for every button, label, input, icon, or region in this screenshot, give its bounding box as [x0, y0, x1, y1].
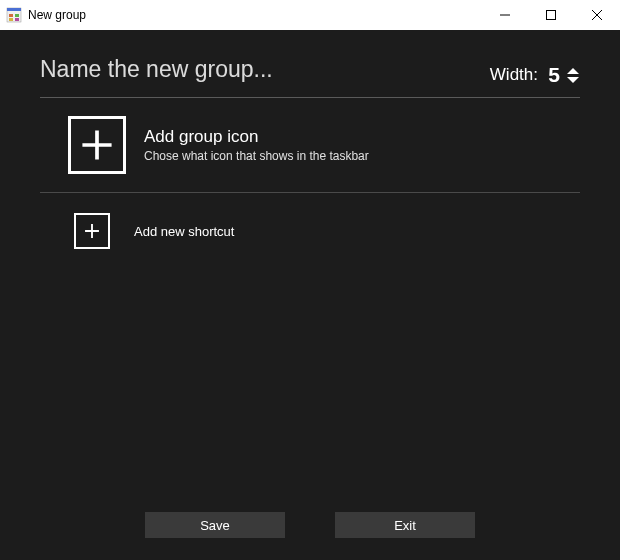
- footer: Save Exit: [0, 512, 620, 560]
- svg-rect-5: [15, 18, 19, 21]
- svg-marker-8: [567, 77, 579, 83]
- svg-rect-1: [7, 8, 21, 11]
- title-bar[interactable]: New group: [0, 0, 620, 30]
- add-group-icon-row[interactable]: Add group icon Chose what icon that show…: [40, 98, 580, 190]
- width-block: Width: 5: [490, 63, 580, 91]
- close-icon: [592, 10, 602, 20]
- add-group-icon-button[interactable]: [68, 116, 126, 174]
- close-button[interactable]: [574, 0, 620, 30]
- svg-rect-2: [9, 14, 13, 17]
- window-title: New group: [28, 8, 86, 22]
- save-button[interactable]: Save: [145, 512, 285, 538]
- add-group-icon-text: Add group icon Chose what icon that show…: [144, 127, 369, 163]
- svg-rect-3: [9, 18, 13, 21]
- add-group-icon-title: Add group icon: [144, 127, 369, 147]
- width-label: Width:: [490, 65, 538, 85]
- maximize-icon: [546, 10, 556, 20]
- add-shortcut-button[interactable]: [74, 213, 110, 249]
- svg-rect-6: [547, 11, 556, 20]
- client-area: Width: 5: [0, 30, 620, 560]
- maximize-button[interactable]: [528, 0, 574, 30]
- width-value: 5: [546, 63, 562, 87]
- width-decrement-button[interactable]: [566, 76, 580, 84]
- width-increment-button[interactable]: [566, 67, 580, 75]
- arrow-down-icon: [567, 77, 579, 83]
- arrow-up-icon: [567, 68, 579, 74]
- svg-rect-4: [15, 14, 19, 17]
- add-shortcut-label: Add new shortcut: [134, 224, 234, 239]
- add-shortcut-row[interactable]: Add new shortcut: [40, 193, 580, 249]
- minimize-button[interactable]: [482, 0, 528, 30]
- app-window: New group Width: 5: [0, 0, 620, 560]
- add-group-icon-subtitle: Chose what icon that shows in the taskba…: [144, 149, 369, 163]
- width-spinner[interactable]: 5: [546, 63, 580, 87]
- exit-button[interactable]: Exit: [335, 512, 475, 538]
- svg-marker-7: [567, 68, 579, 74]
- header-row: Width: 5: [40, 52, 580, 91]
- window-controls: [482, 0, 620, 30]
- plus-icon: [80, 128, 114, 162]
- minimize-icon: [500, 10, 510, 20]
- plus-icon: [83, 222, 101, 240]
- app-icon: [6, 7, 22, 23]
- content-area: Width: 5: [0, 30, 620, 512]
- group-name-input[interactable]: [40, 52, 470, 91]
